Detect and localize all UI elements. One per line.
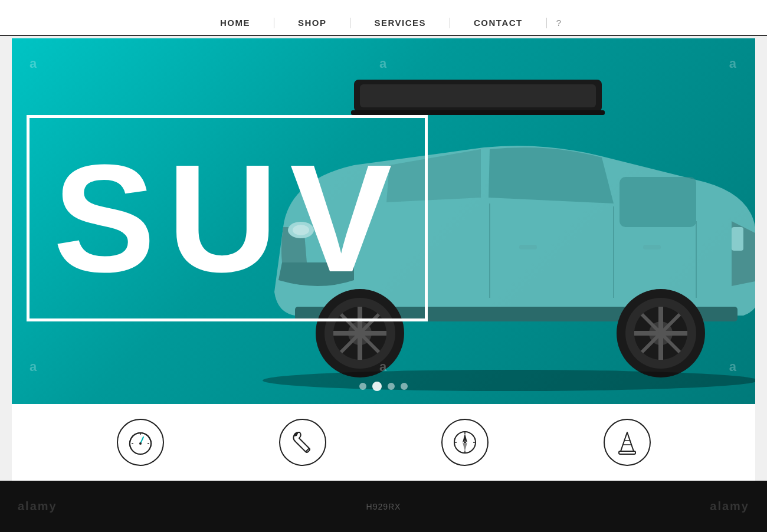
svg-rect-11: [732, 227, 743, 251]
compass-icon: [450, 428, 480, 457]
wrench-feature[interactable]: [279, 419, 326, 466]
hero-section: SUV a a a a a a: [12, 38, 755, 404]
slider-dot-3[interactable]: [388, 383, 395, 390]
nav-home[interactable]: HOME: [196, 11, 274, 35]
footer-watermark-left: alamy: [18, 500, 57, 513]
nav-help[interactable]: ?: [547, 11, 571, 35]
slider-dots: [359, 383, 408, 391]
speedometer-icon: [126, 428, 155, 457]
svg-rect-7: [519, 245, 537, 249]
wrench-icon: [288, 428, 317, 457]
svg-point-43: [139, 442, 142, 445]
compass-feature[interactable]: [441, 419, 489, 466]
navbar: HOME SHOP SERVICES CONTACT ?: [0, 0, 767, 35]
slider-dot-4[interactable]: [401, 383, 408, 390]
svg-point-52: [464, 441, 466, 444]
cone-feature[interactable]: [604, 419, 651, 466]
svg-rect-1: [360, 84, 596, 107]
footer: alamy H929RX alamy: [0, 481, 767, 532]
svg-marker-46: [463, 434, 467, 442]
slider-dot-1[interactable]: [359, 383, 366, 390]
cone-circle: [604, 419, 651, 466]
svg-rect-56: [619, 451, 635, 454]
suv-box: SUV: [27, 115, 428, 321]
nav-contact[interactable]: CONTACT: [450, 11, 546, 35]
svg-point-37: [263, 370, 755, 391]
nav-shop[interactable]: SHOP: [274, 11, 350, 35]
nav-underline: [0, 35, 767, 36]
icons-section: [12, 404, 755, 481]
footer-ref-code: H929RX: [366, 502, 401, 511]
speedometer-circle: [117, 419, 164, 466]
svg-marker-47: [463, 442, 467, 451]
svg-rect-3: [620, 177, 696, 227]
suv-title: SUV: [53, 142, 404, 295]
svg-rect-8: [643, 245, 661, 249]
svg-marker-53: [621, 432, 634, 451]
slider-dot-2[interactable]: [372, 382, 382, 391]
footer-watermark-right: alamy: [710, 500, 749, 513]
wrench-circle: [279, 419, 326, 466]
compass-circle: [441, 419, 489, 466]
nav-services[interactable]: SERVICES: [350, 11, 450, 35]
cone-icon: [612, 428, 642, 457]
speedometer-feature[interactable]: [117, 419, 164, 466]
svg-rect-2: [351, 110, 605, 115]
